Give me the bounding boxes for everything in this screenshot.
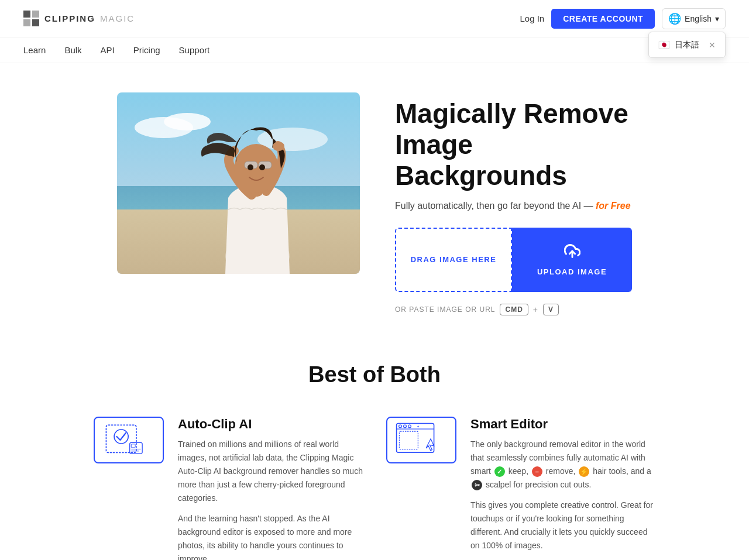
svg-point-8	[234, 144, 279, 193]
drag-label: DRAG IMAGE HERE	[411, 255, 497, 264]
auto-clip-para2: And the learning hasn't stopped. As the …	[178, 512, 363, 560]
auto-clip-text: Auto-Clip AI Trained on millions and mil…	[178, 417, 363, 560]
nav-bulk[interactable]: Bulk	[64, 45, 81, 55]
nav-learn[interactable]: Learn	[23, 45, 46, 55]
paste-label: OR PASTE IMAGE OR URL	[395, 305, 495, 314]
feature-auto-clip: Auto-Clip AI Trained on millions and mil…	[94, 417, 363, 560]
svg-point-24	[399, 425, 402, 428]
paste-area: OR PASTE IMAGE OR URL CMD + V	[395, 304, 632, 315]
smart-editor-icon: ✦	[386, 417, 456, 463]
create-account-button[interactable]: CREATE ACCOUNT	[551, 9, 655, 29]
keep-badge: ✓	[494, 466, 505, 477]
svg-point-12	[248, 164, 253, 170]
hero-subtitle: Fully automatically, then go far beyond …	[395, 201, 632, 211]
upload-button-label: UPLOAD IMAGE	[537, 267, 607, 276]
upload-icon	[564, 243, 580, 263]
hero-photo	[117, 92, 360, 274]
upload-area: DRAG IMAGE HERE UPLOAD IMAGE	[395, 228, 632, 292]
svg-rect-19	[131, 444, 135, 448]
svg-point-14	[273, 142, 284, 151]
header-right: Log In CREATE ACCOUNT 🌐 English ▾	[520, 8, 726, 29]
hero-title: Magically Remove Image Backgrounds	[395, 98, 632, 191]
svg-point-4	[164, 113, 211, 130]
smart-editor-para1: The only background removal editor in th…	[470, 438, 655, 492]
drag-drop-zone[interactable]: DRAG IMAGE HERE	[395, 228, 512, 292]
hero-content: Magically Remove Image Backgrounds Fully…	[395, 92, 632, 315]
smart-editor-text: Smart Editor The only background removal…	[470, 417, 655, 560]
cmd-key: CMD	[500, 304, 528, 315]
globe-icon: 🌐	[668, 12, 681, 25]
hero-image	[117, 92, 360, 274]
scalpel-badge: ✂	[472, 480, 482, 490]
hair-badge: ⚡	[579, 466, 589, 477]
svg-point-13	[259, 164, 265, 170]
svg-point-26	[408, 425, 411, 428]
smart-editor-title: Smart Editor	[470, 417, 655, 432]
free-label: for Free	[596, 201, 631, 211]
auto-clip-para1: Trained on millions and millions of real…	[178, 438, 363, 505]
header: CLIPPING MAGIC Log In CREATE ACCOUNT 🌐 E…	[0, 0, 749, 37]
svg-text:✦: ✦	[417, 424, 420, 428]
nav-api[interactable]: API	[101, 45, 115, 55]
logo-text: CLIPPING MAGIC	[44, 13, 135, 23]
svg-rect-22	[397, 423, 434, 452]
language-dropdown: 🇯🇵 日本語 ✕	[648, 32, 726, 58]
japanese-label: 日本語	[675, 40, 699, 50]
japanese-flag-icon: 🇯🇵	[658, 39, 670, 50]
current-language: English	[685, 14, 712, 23]
features-grid: Auto-Clip AI Trained on millions and mil…	[0, 417, 749, 560]
language-option-japanese[interactable]: 🇯🇵 日本語 ✕	[649, 35, 725, 55]
chevron-down-icon: ▾	[715, 14, 719, 23]
auto-clip-title: Auto-Clip AI	[178, 417, 363, 432]
language-selector[interactable]: 🌐 English ▾	[662, 8, 726, 29]
features-section: Best of Both Auto-Clip AI	[0, 362, 749, 560]
smart-editor-para2: This gives you complete creative control…	[470, 499, 655, 552]
auto-clip-icon	[94, 417, 164, 463]
close-japanese-icon[interactable]: ✕	[709, 40, 716, 50]
svg-point-25	[404, 425, 407, 428]
nav-support[interactable]: Support	[179, 45, 210, 55]
features-title: Best of Both	[0, 362, 749, 387]
remove-badge: –	[532, 466, 542, 477]
hero-section: Magically Remove Image Backgrounds Fully…	[0, 63, 749, 351]
login-button[interactable]: Log In	[520, 13, 544, 23]
nav-pricing[interactable]: Pricing	[133, 45, 160, 55]
main-nav: Learn Bulk API Pricing Support	[0, 37, 749, 63]
logo-icon	[23, 11, 40, 27]
upload-image-button[interactable]: UPLOAD IMAGE	[512, 228, 632, 292]
svg-rect-28	[399, 431, 418, 449]
feature-smart-editor: ✦ Smart Editor The only background remov…	[386, 417, 655, 560]
logo-area: CLIPPING MAGIC	[23, 11, 135, 27]
v-key: V	[543, 304, 559, 315]
plus-sign: +	[533, 305, 538, 314]
